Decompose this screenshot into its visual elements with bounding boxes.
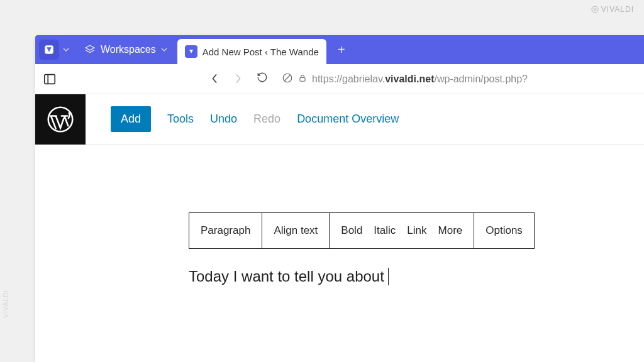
add-block-button[interactable]: Add xyxy=(111,106,151,132)
align-text-button[interactable]: Align text xyxy=(262,213,330,248)
workspaces-label: Workspaces xyxy=(101,44,156,55)
svg-rect-3 xyxy=(45,74,55,84)
options-button[interactable]: Options xyxy=(474,213,534,248)
chevron-down-icon xyxy=(161,47,167,53)
lock-icon[interactable] xyxy=(298,74,307,84)
document-overview-button[interactable]: Document Overview xyxy=(297,112,399,126)
bold-button[interactable]: Bold xyxy=(341,224,362,237)
plus-icon: + xyxy=(338,43,345,57)
link-button[interactable]: Link xyxy=(407,224,426,237)
browser-tab[interactable]: Add New Post ‹ The Wande xyxy=(177,39,326,64)
nav-buttons xyxy=(206,72,270,86)
undo-button[interactable]: Undo xyxy=(210,112,237,126)
more-button[interactable]: More xyxy=(438,224,463,237)
tab-strip: Workspaces Add New Post ‹ The Wande + xyxy=(35,35,644,64)
text-caret xyxy=(388,268,389,285)
svg-line-6 xyxy=(285,75,291,80)
editor-canvas[interactable]: Paragraph Align text Bold Italic Link Mo… xyxy=(35,145,644,285)
block-toolbar: Paragraph Align text Bold Italic Link Mo… xyxy=(189,212,535,249)
redo-button[interactable]: Redo xyxy=(253,112,280,126)
tab-title: Add New Post ‹ The Wande xyxy=(203,47,319,57)
back-button[interactable] xyxy=(206,72,223,86)
panel-toggle-button[interactable] xyxy=(40,70,59,89)
workspaces-icon xyxy=(84,44,96,55)
address-toolbar: https://gabrielav.vivaldi.net/wp-admin/p… xyxy=(35,64,644,94)
workspaces-button[interactable]: Workspaces xyxy=(73,35,176,64)
svg-point-0 xyxy=(592,6,598,13)
address-field[interactable]: https://gabrielav.vivaldi.net/wp-admin/p… xyxy=(282,72,640,86)
vivaldi-watermark: VIVALDI xyxy=(591,5,634,14)
vivaldi-menu-caret-icon[interactable] xyxy=(60,47,72,53)
url-text: https://gabrielav.vivaldi.net/wp-admin/p… xyxy=(312,74,528,85)
wordpress-logo[interactable] xyxy=(35,94,86,145)
paragraph-text: Today I want to tell you about xyxy=(189,268,384,285)
wp-toolbar-actions: Add Tools Undo Redo Document Overview xyxy=(111,106,399,132)
svg-rect-7 xyxy=(300,77,305,81)
tab-favicon-icon xyxy=(185,45,197,58)
paragraph-block[interactable]: Today I want to tell you about xyxy=(189,268,644,285)
tools-button[interactable]: Tools xyxy=(167,112,194,126)
forward-button[interactable] xyxy=(230,72,247,86)
vivaldi-menu-button[interactable] xyxy=(39,40,59,60)
new-tab-button[interactable]: + xyxy=(333,41,350,58)
wordpress-logo-icon xyxy=(47,106,74,133)
reload-button[interactable] xyxy=(254,72,270,86)
wordpress-editor: Add Tools Undo Redo Document Overview Pa… xyxy=(35,94,644,362)
browser-window: Workspaces Add New Post ‹ The Wande + xyxy=(35,35,644,362)
italic-button[interactable]: Italic xyxy=(374,224,396,237)
wp-top-toolbar: Add Tools Undo Redo Document Overview xyxy=(35,94,644,145)
content-blocker-icon[interactable] xyxy=(282,72,293,86)
block-type-button[interactable]: Paragraph xyxy=(189,213,262,248)
vivaldi-watermark-side: VIVALDI xyxy=(3,290,9,318)
